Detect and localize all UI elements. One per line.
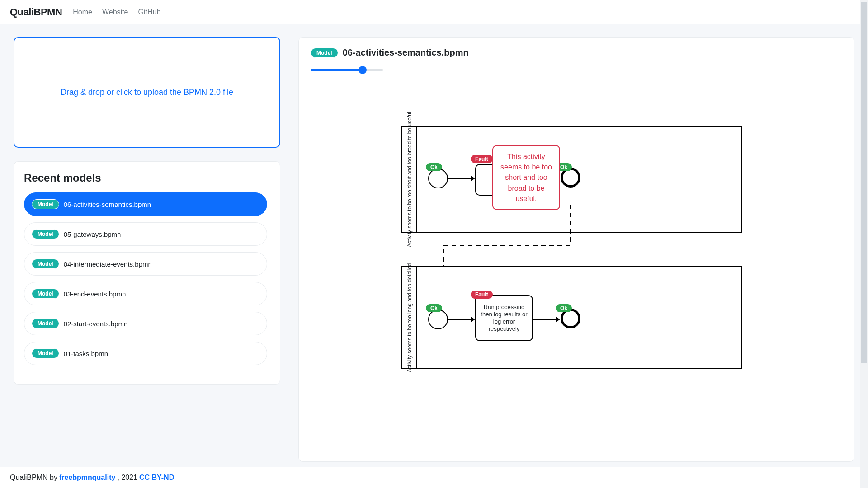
pool2-task-fault-badge: Fault xyxy=(471,291,493,299)
pool1-start-event[interactable] xyxy=(428,169,448,188)
current-model-name: 06-activities-semantics.bpmn xyxy=(343,47,469,58)
svg-marker-2 xyxy=(441,340,446,347)
model-badge: Model xyxy=(32,319,59,328)
model-item-label: 04-intermediate-events.bpmn xyxy=(64,260,152,268)
model-item-5[interactable]: Model01-tasks.bpmn xyxy=(24,342,267,365)
page-scrollbar[interactable] xyxy=(860,0,868,488)
svg-marker-4 xyxy=(471,317,475,322)
model-item-4[interactable]: Model02-start-events.bpmn xyxy=(24,312,267,335)
model-item-label: 06-activities-semantics.bpmn xyxy=(64,201,151,208)
model-item-2[interactable]: Model04-intermediate-events.bpmn xyxy=(24,252,267,276)
diagram-panel: Model 06-activities-semantics.bpmn Activ… xyxy=(298,37,854,462)
pool-too-short-label: Activity seems to be too short and too b… xyxy=(403,127,417,232)
diagram-header: Model 06-activities-semantics.bpmn xyxy=(311,47,842,58)
model-badge-header: Model xyxy=(311,48,338,58)
model-badge: Model xyxy=(32,259,59,269)
footer: QualiBPMN by freebpmnquality , 2021 CC B… xyxy=(0,467,868,488)
pool2-start-ok-badge: Ok xyxy=(426,304,442,312)
model-item-label: 02-start-events.bpmn xyxy=(64,320,128,328)
pool2-arrow-2 xyxy=(533,315,560,324)
fault-tooltip: This activity seems to be too short and … xyxy=(492,145,560,210)
model-item-label: 05-gateways.bpmn xyxy=(64,230,121,238)
recent-models-list[interactable]: Model06-activities-semantics.bpmnModel05… xyxy=(24,192,270,371)
model-item-label: 01-tasks.bpmn xyxy=(64,350,108,357)
model-badge: Model xyxy=(32,199,59,209)
model-item-1[interactable]: Model05-gateways.bpmn xyxy=(24,222,267,246)
dropzone-label: Drag & drop or click to upload the BPMN … xyxy=(61,88,233,97)
zoom-slider-fill xyxy=(311,69,363,71)
pool1-end-ok-badge: Ok xyxy=(556,163,572,171)
nav-website[interactable]: Website xyxy=(102,8,128,16)
nav-home[interactable]: Home xyxy=(73,8,92,16)
zoom-slider[interactable] xyxy=(311,65,383,74)
pool2-start-event[interactable] xyxy=(428,310,448,329)
page-scrollbar-thumb[interactable] xyxy=(861,2,867,363)
pool2-end-event[interactable] xyxy=(561,309,580,328)
nav-github[interactable]: GitHub xyxy=(138,8,161,16)
model-item-label: 03-end-events.bpmn xyxy=(64,290,126,298)
zoom-slider-thumb[interactable] xyxy=(359,66,367,74)
pool-too-long-label: Activity seems to be too long and too de… xyxy=(403,267,417,368)
model-badge: Model xyxy=(32,229,59,239)
pool-too-short: Activity seems to be too short and too b… xyxy=(401,126,742,233)
pool2-end-ok-badge: Ok xyxy=(556,304,572,312)
svg-marker-1 xyxy=(471,176,475,181)
pool1-task[interactable] xyxy=(475,164,534,196)
footer-prefix: QualiBPMN by xyxy=(10,474,57,482)
navbar: QualiBPMN Home Website GitHub xyxy=(0,0,868,24)
svg-marker-6 xyxy=(556,317,560,322)
pool1-end-event[interactable] xyxy=(561,168,580,188)
recent-models-card: Recent models Model06-activities-semanti… xyxy=(14,161,280,385)
recent-models-heading: Recent models xyxy=(24,172,270,184)
nav-links: Home Website GitHub xyxy=(73,8,160,16)
pool2-task[interactable]: Run processing then log results or log e… xyxy=(475,295,533,341)
pool-too-long: Activity seems to be too long and too de… xyxy=(401,266,742,369)
model-badge: Model xyxy=(32,348,59,358)
footer-author-link[interactable]: freebpmnquality xyxy=(59,474,115,482)
model-item-0[interactable]: Model06-activities-semantics.bpmn xyxy=(24,192,267,216)
footer-mid: , 2021 xyxy=(117,474,137,482)
pool2-arrow-1 xyxy=(448,315,475,324)
model-item-3[interactable]: Model03-end-events.bpmn xyxy=(24,282,267,305)
pool1-task-fault-badge: Fault xyxy=(471,155,493,163)
pool1-start-ok-badge: Ok xyxy=(426,163,442,171)
brand-logo: QualiBPMN xyxy=(10,6,62,18)
upload-dropzone[interactable]: Drag & drop or click to upload the BPMN … xyxy=(14,37,280,148)
message-flow xyxy=(430,205,584,354)
pool1-arrow-1 xyxy=(448,174,475,183)
model-badge: Model xyxy=(32,289,59,299)
bpmn-canvas[interactable]: Activity seems to be too short and too b… xyxy=(299,38,854,461)
footer-license-link[interactable]: CC BY-ND xyxy=(139,474,174,482)
